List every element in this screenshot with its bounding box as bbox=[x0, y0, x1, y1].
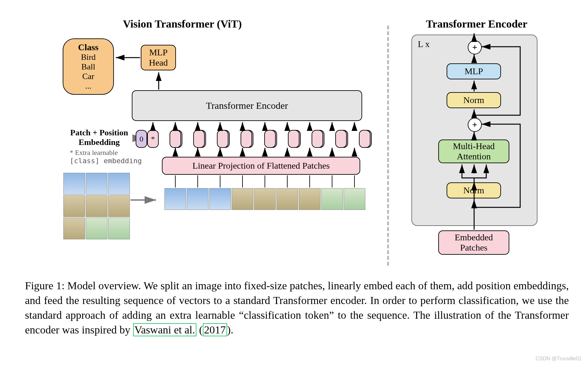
patch-row bbox=[164, 188, 365, 210]
patch-thumbnail bbox=[276, 188, 298, 210]
grid-patch bbox=[63, 218, 85, 239]
patch-thumbnail bbox=[164, 188, 186, 210]
patch-thumbnail bbox=[321, 188, 343, 210]
patch-thumbnail bbox=[254, 188, 276, 210]
section-divider bbox=[387, 26, 389, 266]
grid-patch bbox=[108, 195, 130, 217]
patch-thumbnail bbox=[209, 188, 231, 210]
figure-caption: Figure 1: Model overview. We split an im… bbox=[25, 278, 569, 337]
grid-patch bbox=[108, 218, 130, 239]
grid-patch bbox=[63, 173, 85, 195]
page: { "left": { "title": "Vision Transformer… bbox=[0, 0, 588, 368]
caption-text: Figure 1: Model overview. We split an im… bbox=[25, 280, 569, 336]
input-image-grid bbox=[63, 173, 130, 239]
grid-patch bbox=[108, 173, 130, 195]
patch-thumbnail bbox=[232, 188, 253, 210]
right-title: Transformer Encoder bbox=[406, 18, 547, 30]
grid-patch bbox=[86, 218, 107, 239]
citation-author: Vaswani et al. bbox=[133, 323, 196, 336]
encoder-arrows bbox=[406, 32, 544, 262]
watermark: CSDN @Trouville01 bbox=[536, 356, 582, 362]
patch-thumbnail bbox=[187, 188, 209, 210]
grid-patch bbox=[63, 195, 85, 217]
citation-year: 2017 bbox=[203, 323, 227, 336]
token-arrows bbox=[0, 0, 384, 256]
caption-suffix: . bbox=[231, 324, 234, 336]
grid-patch bbox=[86, 195, 107, 217]
grid-patch bbox=[86, 173, 107, 195]
patch-thumbnail bbox=[299, 188, 321, 210]
patch-thumbnail bbox=[344, 188, 365, 210]
